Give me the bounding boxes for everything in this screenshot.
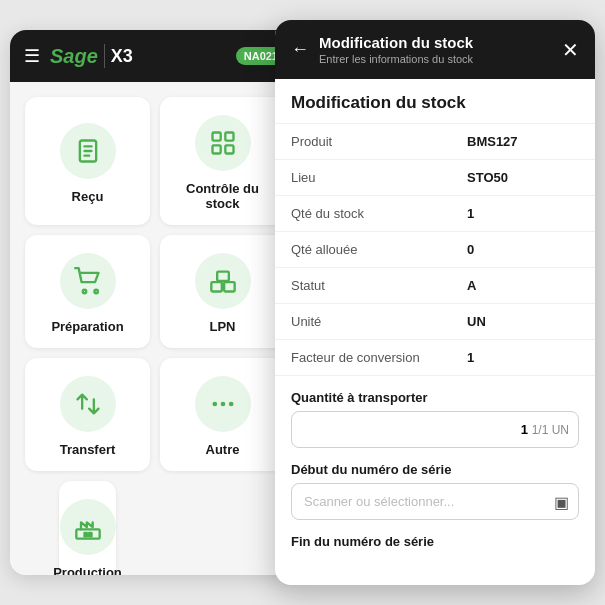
modal-header-title: Modification du stock — [319, 34, 552, 51]
svg-point-13 — [212, 402, 217, 407]
close-icon[interactable]: ✕ — [562, 38, 579, 62]
transfer-icon — [74, 390, 102, 418]
app-header: ☰ Sage X3 NA021 — [10, 30, 300, 82]
sage-logo: Sage — [50, 45, 98, 68]
field-value-facteur: 1 — [451, 340, 595, 376]
x3-label: X3 — [111, 46, 133, 67]
table-row: Unité UN — [275, 304, 595, 340]
boxes-icon — [209, 267, 237, 295]
modal-header-text: Modification du stock Entrer les informa… — [319, 34, 552, 65]
back-icon[interactable]: ← — [291, 39, 309, 60]
svg-rect-7 — [225, 145, 233, 153]
field-label-facteur: Facteur de conversion — [275, 340, 451, 376]
field-value-unite: UN — [451, 304, 595, 340]
controle-label: Contrôle du stock — [170, 181, 275, 211]
modal-header-subtitle: Entrer les informations du stock — [319, 53, 552, 65]
table-row: Qté allouée 0 — [275, 232, 595, 268]
transfert-icon-circle — [60, 376, 116, 432]
modal-panel: ← Modification du stock Entrer les infor… — [275, 20, 595, 585]
svg-rect-10 — [211, 282, 222, 291]
table-row: Lieu STO50 — [275, 160, 595, 196]
qty-transport-label: Quantité à transporter — [291, 390, 579, 405]
field-label-statut: Statut — [275, 268, 451, 304]
field-value-statut: A — [451, 268, 595, 304]
table-row: Statut A — [275, 268, 595, 304]
field-label-lieu: Lieu — [275, 160, 451, 196]
menu-item-autre[interactable]: Autre — [160, 358, 285, 471]
production-icon-circle — [60, 499, 116, 555]
autre-label: Autre — [206, 442, 240, 457]
lpn-icon-circle — [195, 253, 251, 309]
field-value-produit: BMS127 — [451, 124, 595, 160]
field-label-produit: Produit — [275, 124, 451, 160]
production-label: Production — [53, 565, 122, 575]
dots-icon — [209, 390, 237, 418]
autre-icon-circle — [195, 376, 251, 432]
svg-rect-5 — [225, 133, 233, 141]
menu-item-recu[interactable]: Reçu — [25, 97, 150, 225]
table-row: Qté du stock 1 — [275, 196, 595, 232]
field-label-qte-allouee: Qté allouée — [275, 232, 451, 268]
field-label-qte-stock: Qté du stock — [275, 196, 451, 232]
serial-start-wrapper: ▣ — [291, 483, 579, 520]
logo-area: Sage X3 — [50, 44, 226, 68]
app-panel: ☰ Sage X3 NA021 Reçu — [10, 30, 300, 575]
menu-item-production[interactable]: Production — [59, 481, 117, 575]
controle-icon-circle — [195, 115, 251, 171]
menu-grid: Reçu Contrôle du stock — [10, 82, 300, 575]
qty-suffix: 1/1 UN — [532, 423, 569, 437]
document-icon — [74, 137, 102, 165]
svg-point-15 — [228, 402, 233, 407]
modal-header: ← Modification du stock Entrer les infor… — [275, 20, 595, 79]
svg-rect-4 — [212, 133, 220, 141]
form-section: Quantité à transporter 1/1 UN Début du n… — [275, 376, 595, 569]
modal-body: Modification du stock Produit BMS127 Lie… — [275, 79, 595, 569]
scan-icon[interactable]: ▣ — [554, 492, 569, 511]
svg-rect-18 — [89, 533, 91, 537]
modal-section-title: Modification du stock — [275, 79, 595, 124]
menu-item-controle[interactable]: Contrôle du stock — [160, 97, 285, 225]
grid-icon — [209, 129, 237, 157]
serial-start-input[interactable] — [291, 483, 579, 520]
svg-rect-17 — [84, 533, 86, 537]
transfert-label: Transfert — [60, 442, 116, 457]
serial-end-label: Fin du numéro de série — [291, 534, 579, 549]
table-row: Produit BMS127 — [275, 124, 595, 160]
recu-icon-circle — [60, 123, 116, 179]
qty-transport-wrapper: 1/1 UN — [291, 411, 579, 448]
menu-item-preparation[interactable]: Préparation — [25, 235, 150, 348]
svg-point-9 — [94, 290, 98, 294]
serial-start-label: Début du numéro de série — [291, 462, 579, 477]
info-table: Produit BMS127 Lieu STO50 Qté du stock 1… — [275, 124, 595, 376]
field-value-lieu: STO50 — [451, 160, 595, 196]
menu-item-lpn[interactable]: LPN — [160, 235, 285, 348]
preparation-icon-circle — [60, 253, 116, 309]
factory-icon — [74, 513, 102, 541]
svg-rect-6 — [212, 145, 220, 153]
recu-label: Reçu — [72, 189, 104, 204]
field-value-qte-stock: 1 — [451, 196, 595, 232]
preparation-label: Préparation — [51, 319, 123, 334]
menu-item-transfert[interactable]: Transfert — [25, 358, 150, 471]
svg-point-14 — [220, 402, 225, 407]
field-value-qte-allouee: 0 — [451, 232, 595, 268]
svg-rect-11 — [224, 282, 235, 291]
table-row: Facteur de conversion 1 — [275, 340, 595, 376]
header-divider — [104, 44, 105, 68]
lpn-label: LPN — [210, 319, 236, 334]
field-label-unite: Unité — [275, 304, 451, 340]
svg-rect-12 — [217, 272, 229, 281]
hamburger-icon[interactable]: ☰ — [24, 45, 40, 67]
svg-point-8 — [82, 290, 86, 294]
cart-icon — [74, 267, 102, 295]
